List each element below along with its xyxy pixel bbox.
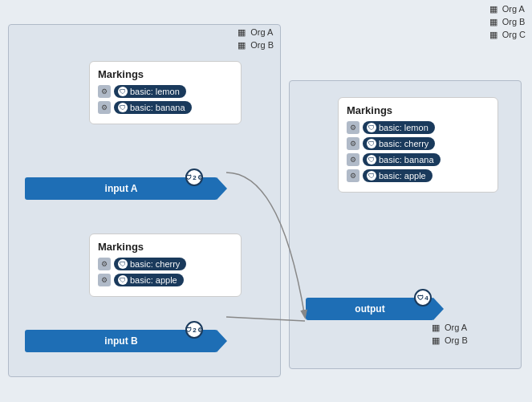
- org-icon: ▦: [430, 322, 441, 333]
- chain-icon: ⚙: [347, 121, 359, 134]
- output-org-b: ▦ Org B: [430, 335, 468, 346]
- shield-icon: 🛡: [367, 155, 376, 164]
- screen-org-c: ▦ Org C: [488, 29, 526, 40]
- marking-row: ⚙ 🛡 basic: banana: [98, 101, 233, 114]
- lock-icon: 🛡: [185, 327, 192, 334]
- marking-pill: 🛡 basic: cherry: [114, 258, 186, 270]
- chain-icon: ⚙: [98, 101, 111, 114]
- marking-row: ⚙ 🛡 basic: lemon: [347, 121, 489, 134]
- marking-row: ⚙ 🛡 basic: cherry: [347, 137, 489, 150]
- markings-card-top: Markings ⚙ 🛡 basic: lemon ⚙ 🛡 basic: ban…: [89, 61, 242, 124]
- input-b-badge: 🛡 2 ⚙: [185, 321, 203, 339]
- marking-pill: 🛡 basic: apple: [114, 274, 184, 286]
- org-icon: ▦: [488, 29, 499, 40]
- lock-icon: 🛡: [417, 294, 424, 302]
- chain-icon: ⚙: [347, 137, 359, 150]
- chain-icon: ⚙: [347, 153, 359, 166]
- fork-icon: ⚙: [197, 327, 203, 334]
- shield-icon: 🛡: [367, 123, 376, 132]
- fork-icon: ⚙: [197, 174, 203, 181]
- marking-pill: 🛡 basic: banana: [363, 153, 441, 166]
- right-markings-card: Markings ⚙ 🛡 basic: lemon ⚙ 🛡 basic: che…: [338, 97, 498, 193]
- shield-icon: 🛡: [367, 139, 376, 148]
- output-org-badges: ▦ Org A ▦ Org B: [430, 322, 468, 346]
- main-org-b: ▦ Org B: [236, 39, 274, 51]
- main-org-a: ▦ Org A: [236, 26, 274, 38]
- output-org-a: ▦ Org A: [430, 322, 468, 333]
- shield-icon: 🛡: [118, 259, 128, 269]
- marking-pill: 🛡 basic: lemon: [114, 85, 186, 98]
- marking-pill: 🛡 basic: banana: [114, 101, 192, 114]
- right-markings-title: Markings: [347, 104, 489, 116]
- shield-icon: 🛡: [118, 87, 128, 96]
- shield-icon: 🛡: [118, 103, 128, 112]
- org-icon: ▦: [236, 26, 247, 38]
- org-icon: ▦: [236, 39, 247, 51]
- screen-org-b: ▦ Org B: [488, 16, 526, 27]
- org-icon: ▦: [488, 3, 499, 14]
- marking-row: ⚙ 🛡 basic: lemon: [98, 85, 233, 98]
- right-container: Markings ⚙ 🛡 basic: lemon ⚙ 🛡 basic: che…: [289, 80, 522, 369]
- org-icon: ▦: [430, 335, 441, 346]
- input-a-badge: 🛡 2 ⚙: [185, 169, 203, 186]
- marking-pill: 🛡 basic: cherry: [363, 137, 435, 150]
- org-icon: ▦: [488, 16, 499, 27]
- marking-row: ⚙ 🛡 basic: apple: [98, 274, 233, 286]
- chain-icon: ⚙: [98, 258, 111, 270]
- output-badge: 🛡 4: [414, 289, 432, 307]
- marking-row: ⚙ 🛡 basic: banana: [347, 153, 489, 166]
- markings-title-bottom: Markings: [98, 241, 233, 253]
- marking-pill: 🛡 basic: apple: [363, 169, 433, 182]
- lock-icon: 🛡: [185, 174, 192, 181]
- shield-icon: 🛡: [367, 171, 376, 181]
- marking-row: ⚙ 🛡 basic: apple: [347, 169, 489, 182]
- shield-icon: 🛡: [118, 275, 128, 285]
- chain-icon: ⚙: [347, 169, 359, 182]
- marking-pill: 🛡 basic: lemon: [363, 121, 435, 134]
- main-org-badges: ▦ Org A ▦ Org B: [236, 26, 274, 51]
- chain-icon: ⚙: [98, 274, 111, 286]
- marking-row: ⚙ 🛡 basic: cherry: [98, 258, 233, 270]
- chain-icon: ⚙: [98, 85, 111, 98]
- main-container: ▦ Org A ▦ Org B Markings ⚙ 🛡 basic: lemo…: [8, 24, 281, 377]
- screen-org-badges: ▦ Org A ▦ Org B ▦ Org C: [488, 3, 526, 40]
- screen-org-a: ▦ Org A: [488, 3, 526, 14]
- markings-card-bottom: Markings ⚙ 🛡 basic: cherry ⚙ 🛡 basic: ap…: [89, 233, 242, 297]
- markings-title-top: Markings: [98, 68, 233, 80]
